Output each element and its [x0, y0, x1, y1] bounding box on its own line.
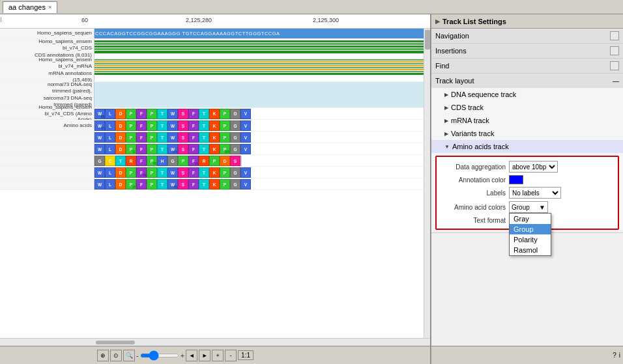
genome-tracks: Homo_sapiens_sequen CCCACAGGTCCGGCGGAAAG… — [0, 29, 424, 338]
aa-track-row-4: W L D P11 F P T W105 S F T — [0, 143, 424, 155]
ruler-mark-60: 60 — [81, 17, 88, 23]
find-section-header[interactable]: Find — [431, 59, 623, 73]
amino-acids-track-item[interactable]: ▼ Amino acids track — [431, 140, 623, 153]
aa-track-row-2: Amino acids W95 L D P F P T W — [0, 120, 424, 132]
aa-expand: ▼ — [444, 144, 450, 150]
insertions-section-header[interactable]: Insertions — [431, 44, 623, 58]
aa-track-content-7: W L D P15 F P T W95 S F T — [94, 178, 424, 189]
sequence-track-row: Homo_sapiens_sequen CCCACAGGTCCGGCGGAAAG… — [0, 29, 424, 39]
annotation-color-label: Annotation color — [441, 176, 509, 184]
settings-bottom-bar: ? i — [431, 346, 623, 364]
aa-color-option-polarity[interactable]: Polarity — [510, 234, 551, 245]
aa-color-option-gray[interactable]: Gray — [510, 214, 551, 224]
dna-seq-track-label: DNA sequence track — [451, 91, 516, 98]
aa-colors-dropdown-btn[interactable]: Group ▼ — [509, 201, 548, 213]
ruler-mark-2125300: 2,125,300 — [313, 17, 339, 23]
data-aggregation-select[interactable]: above 10bp — [509, 161, 558, 173]
main-tab[interactable]: aa changes × — [3, 1, 57, 13]
aa-track-content-3: W L D P F P T W S F T K — [94, 132, 424, 143]
toolbar-icon-1[interactable]: ⊕ — [97, 350, 109, 361]
title-bar: aa changes × — [0, 0, 623, 14]
aa-track-row-3: W L D P F P T W S F T K — [0, 132, 424, 143]
mrna-track-item[interactable]: ▶ mRNA track — [431, 114, 623, 127]
cds-track-label: CDS track — [451, 104, 484, 111]
mrna-expand: ▶ — [444, 118, 448, 124]
cds-ensembl-label: Homo_sapiens_ensembl_v74_CDSCDS annotati… — [0, 39, 94, 58]
text-format-label: Text format — [441, 217, 509, 224]
track-layout-label: Track layout — [435, 77, 474, 85]
settings-panel: ▶ Track List Settings Navigation Inserti… — [431, 14, 623, 364]
mrna-ensembl-track-row: Homo_sapiens_ensembl_v74_mRNAmRNA annota… — [0, 59, 424, 82]
toolbar-magnify[interactable]: 🔍 — [123, 350, 135, 361]
annotation-color-row: Annotation color — [441, 175, 614, 184]
aa-track-label-5 — [0, 155, 94, 166]
variants-track-label: Variants track — [451, 130, 494, 137]
toolbar-icon-2[interactable]: ⊙ — [110, 350, 122, 361]
find-toggle[interactable] — [610, 61, 619, 70]
navigation-toggle[interactable] — [610, 31, 619, 40]
labels-label: Labels — [441, 189, 509, 197]
cds-ensembl-track-row: Homo_sapiens_ensembl_v74_CDSCDS annotati… — [0, 39, 424, 59]
cds-track-item[interactable]: ▶ CDS track — [431, 101, 623, 114]
horizontal-scrollbar[interactable] — [0, 338, 430, 346]
data-aggregation-row: Data aggregation above 10bp — [441, 161, 614, 173]
zoom-slider[interactable] — [140, 354, 179, 357]
aa-track-content-5: G C T R F P45 H G P F26 R — [94, 155, 424, 166]
insertions-label: Insertions — [435, 47, 467, 55]
tab-close-button[interactable]: × — [48, 4, 51, 10]
aa-track-label-2: Amino acids — [0, 120, 94, 131]
ruler-mark-2125280: 2,125,280 — [186, 17, 212, 23]
find-section: Find — [431, 59, 623, 74]
tab-title: aa changes — [8, 3, 46, 11]
ruler: 60 2,125,280 2,125,300 — [0, 14, 430, 29]
dna-seq-expand: ▶ — [444, 92, 448, 98]
aa-track-label-item: Amino acids track — [452, 143, 509, 150]
aa-track-content-2: W95 L D P F P T W S F T — [94, 120, 424, 131]
labels-select[interactable]: No labels — [509, 187, 561, 199]
sequence-track-label: Homo_sapiens_sequen — [0, 29, 94, 38]
aa-detail-section: Data aggregation above 10bp Annotation c… — [435, 156, 619, 230]
zoom-in-btn[interactable]: + — [212, 350, 224, 361]
aa-colors-row: Amino acid colors Group ▼ Gray Group — [441, 201, 614, 213]
dna-seq-content — [94, 82, 424, 107]
annotation-color-swatch[interactable] — [509, 175, 523, 184]
insertions-section: Insertions — [431, 44, 623, 59]
aa-cds-track-row: Homo_sapiens_ensembl_v74_CDS (AminoAcids… — [0, 108, 424, 120]
variants-track-item[interactable]: ▶ Variants track — [431, 127, 623, 140]
aa-track-label-6 — [0, 167, 94, 178]
zoom-sep2: + — [181, 352, 184, 359]
insertions-toggle[interactable] — [610, 46, 619, 55]
vertical-scrollbar[interactable] — [424, 29, 430, 338]
zoom-separator: - — [136, 352, 139, 359]
settings-header-title: Track List Settings — [442, 18, 506, 25]
find-label: Find — [435, 62, 449, 70]
zoom-out-btn[interactable]: - — [225, 350, 237, 361]
nav-fwd[interactable]: ► — [199, 350, 210, 361]
navigation-section: Navigation — [431, 29, 623, 44]
mrna-ensembl-label: Homo_sapiens_ensembl_v74_mRNAmRNA annota… — [0, 59, 94, 81]
settings-collapse-icon[interactable]: ▶ — [435, 18, 440, 25]
aa-color-option-rasmol[interactable]: Rasmol — [510, 245, 551, 255]
aa-colors-selected: Group — [512, 204, 530, 211]
aa-color-option-group[interactable]: Group — [510, 224, 551, 234]
aa-colors-dropdown-list: Gray Group Polarity Rasmol — [509, 213, 551, 256]
settings-header: ▶ Track List Settings — [431, 14, 623, 29]
aa-track-row-5: G C T R F P45 H G P F26 R — [0, 155, 424, 167]
bottom-toolbar: ⊕ ⊙ 🔍 - + ◄ ► + - 1:1 — [0, 346, 430, 364]
aa-track-row-7: W L D P15 F P T W95 S F T — [0, 178, 424, 190]
sequence-text: CCCACAGGTCCGGCGGAAAGGG TGTCCAGGAAAAGGTCT… — [94, 31, 280, 36]
genome-tracks-area: Homo_sapiens_sequen CCCACAGGTCCGGCGGAAAG… — [0, 29, 430, 338]
variants-expand: ▶ — [444, 131, 448, 137]
navigation-section-header[interactable]: Navigation — [431, 29, 623, 43]
sequence-track-content: CCCACAGGTCCGGCGGAAAGGG TGTCCAGGAAAAGGTCT… — [94, 29, 424, 38]
aa-track-content-4: W L D P11 F P T W105 S F T — [94, 143, 424, 154]
track-layout-header[interactable]: Track layout — — [431, 74, 623, 88]
nav-back[interactable]: ◄ — [186, 350, 197, 361]
aa-track-row-6: W L D P F39 P T W S F T — [0, 167, 424, 178]
track-layout-minimize[interactable]: — — [613, 77, 619, 85]
question-btn[interactable]: ? — [613, 352, 616, 359]
info-btn[interactable]: i — [619, 352, 620, 359]
mrna-track-label: mRNA track — [451, 117, 489, 124]
dna-sequence-track-item[interactable]: ▶ DNA sequence track — [431, 88, 623, 101]
track-layout-section: Track layout — ▶ DNA sequence track ▶ CD… — [431, 74, 623, 233]
